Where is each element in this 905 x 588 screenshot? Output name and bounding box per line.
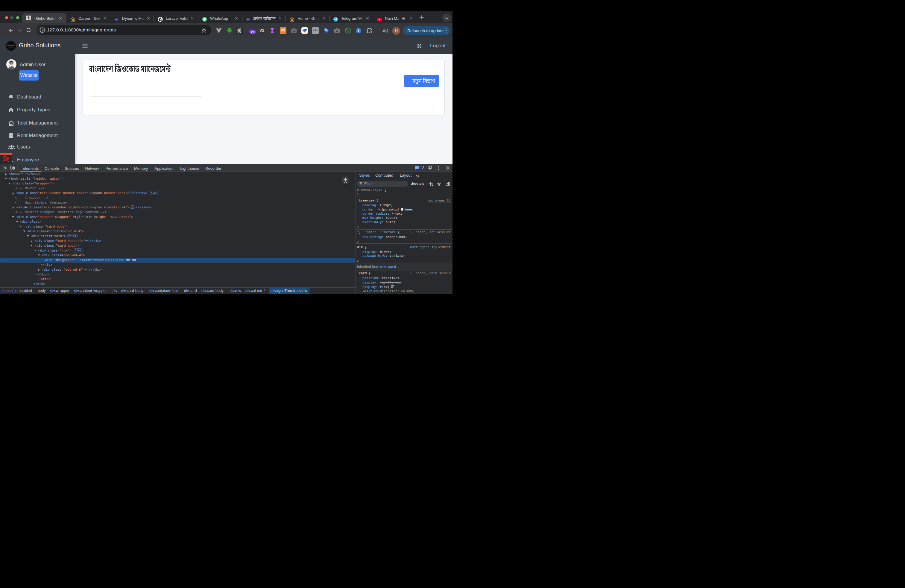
svg-text:Diamond: Diamond	[7, 44, 15, 46]
svg-text:TOUCH: TOUCH	[9, 47, 13, 48]
svg-text:i: i	[358, 29, 359, 33]
